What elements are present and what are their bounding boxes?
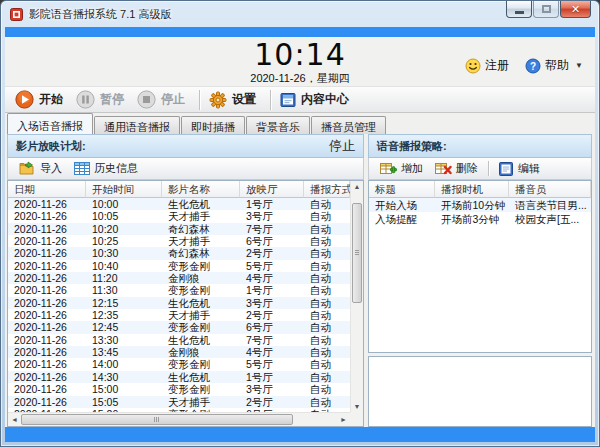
close-icon: ✕ [571, 4, 580, 15]
scroll-up-icon[interactable]: ▲ [351, 183, 363, 190]
strategy-panel: 语音播报策略: 增加 [368, 134, 592, 427]
table-row[interactable]: 开始入场 开场前10分钟 语言类节目男... [369, 198, 591, 212]
import-button[interactable]: 导入 [13, 160, 68, 177]
table-row[interactable]: 入场提醒 开场前3分钟 校园女声[五... [369, 212, 591, 226]
tab-background-music[interactable]: 背景音乐 [246, 116, 310, 134]
table-cell: 校园女声[五... [509, 212, 591, 226]
table-row[interactable]: 2020-11-26 12:35 天才捕手 2号厅 自动 [8, 309, 350, 321]
column-header-broadcast-mode[interactable]: 播报方式 [304, 181, 350, 198]
table-cell: 7号厅 [240, 223, 304, 235]
table-row[interactable]: 2020-11-26 12:45 变形金刚 6号厅 自动 [8, 321, 350, 333]
table-row[interactable]: 2020-11-26 14:30 生化危机 1号厅 自动 [8, 371, 350, 383]
edit-button[interactable]: 编辑 [493, 160, 546, 177]
table-cell: 2020-11-26 [8, 358, 86, 370]
gear-icon [209, 91, 227, 109]
strategy-table-header: 标题 播报时机 播音员 [369, 181, 591, 198]
clock-strip: 10:14 2020-11-26，星期四 注册 ? [5, 37, 595, 86]
column-header-title[interactable]: 标题 [369, 181, 435, 198]
table-row[interactable]: 2020-11-26 10:20 奇幻森林 7号厅 自动 [8, 223, 350, 235]
column-header-announcer[interactable]: 播音员 [509, 181, 591, 198]
stop-button[interactable]: 停止 [133, 88, 194, 111]
table-row[interactable]: 2020-11-26 11:30 变形金刚 1号厅 自动 [8, 284, 350, 296]
table-row[interactable]: 2020-11-26 10:00 生化危机 1号厅 自动 [8, 198, 350, 210]
column-header-hall[interactable]: 放映厅 [240, 181, 304, 198]
close-button[interactable]: ✕ [560, 1, 591, 18]
delete-label: 删除 [456, 161, 478, 176]
help-button[interactable]: ? 帮助 ▼ [525, 57, 583, 74]
table-cell: 2020-11-26 [8, 309, 86, 321]
table-row[interactable]: 2020-11-26 10:40 变形金刚 5号厅 自动 [8, 260, 350, 272]
table-row[interactable]: 2020-11-26 11:20 金刚狼 4号厅 自动 [8, 272, 350, 284]
start-button[interactable]: 开始 [11, 88, 72, 111]
table-row[interactable]: 2020-11-26 10:25 天才捕手 6号厅 自动 [8, 235, 350, 247]
table-row[interactable]: 2020-11-26 12:15 生化危机 3号厅 自动 [8, 297, 350, 309]
thumb-grip [154, 417, 159, 422]
table-cell: 变形金刚 [162, 284, 240, 296]
column-header-start-time[interactable]: 开始时间 [86, 181, 162, 198]
table-cell: 自动 [304, 383, 350, 395]
strategy-title: 语音播报策略: [377, 139, 447, 154]
strategy-table-body: 开始入场 开场前10分钟 语言类节目男... 入场提醒 开场前3分钟 校园女声[… [369, 198, 591, 226]
register-button[interactable]: 注册 [465, 57, 509, 74]
table-row[interactable]: 2020-11-26 10:30 奇幻森林 2号厅 自动 [8, 247, 350, 259]
table-cell: 13:45 [86, 346, 162, 358]
add-button[interactable]: 增加 [374, 160, 429, 177]
delete-button[interactable]: 删除 [429, 160, 484, 177]
table-cell: 6号厅 [240, 235, 304, 247]
schedule-table-header: 日期 开始时间 影片名称 放映厅 播报方式 [8, 181, 350, 198]
table-cell: 自动 [304, 247, 350, 259]
tab-general-voice[interactable]: 通用语音播报 [94, 116, 180, 134]
settings-button[interactable]: 设置 [205, 89, 265, 111]
table-cell: 14:30 [86, 371, 162, 383]
table-row[interactable]: 2020-11-26 14:00 变形金刚 5号厅 自动 [8, 358, 350, 370]
table-cell: 自动 [304, 198, 350, 210]
table-cell: 1号厅 [240, 198, 304, 210]
tab-instant-insert[interactable]: 即时插播 [181, 116, 245, 134]
table-cell: 自动 [304, 272, 350, 284]
add-label: 增加 [401, 161, 423, 176]
table-row[interactable]: 2020-11-26 10:05 天才捕手 3号厅 自动 [8, 210, 350, 222]
table-cell: 7号厅 [240, 334, 304, 346]
table-row[interactable]: 2020-11-26 13:45 金刚狼 4号厅 自动 [8, 346, 350, 358]
scroll-right-icon[interactable]: ► [340, 416, 347, 423]
start-label: 开始 [39, 91, 63, 108]
table-cell: 15:00 [86, 383, 162, 395]
pause-button[interactable]: 暂停 [72, 88, 133, 111]
minimize-button[interactable] [506, 1, 532, 18]
scroll-down-icon[interactable]: ▼ [351, 403, 363, 410]
toolbar-separator [199, 90, 200, 110]
table-cell: 2020-11-26 [8, 198, 86, 210]
column-header-film-name[interactable]: 影片名称 [162, 181, 240, 198]
table-row[interactable]: 2020-11-26 15:05 天才捕手 2号厅 自动 [8, 396, 350, 408]
help-label: 帮助 [545, 57, 569, 74]
column-header-timing[interactable]: 播报时机 [435, 181, 509, 198]
app-window: 影院语音播报系统 7.1 高级版 ✕ 10:14 2020-11-26，星期四 [0, 0, 600, 447]
content-center-button[interactable]: 内容中心 [276, 89, 358, 110]
table-cell: 2020-11-26 [8, 223, 86, 235]
horizontal-scroll-thumb[interactable] [21, 414, 293, 425]
table-cell: 自动 [304, 309, 350, 321]
schedule-table: 日期 开始时间 影片名称 放映厅 播报方式 2020-11-26 10:00 生… [7, 180, 364, 427]
settings-label: 设置 [232, 91, 256, 108]
table-cell: 开场前3分钟 [435, 212, 509, 226]
tab-announcer-management[interactable]: 播音员管理 [311, 116, 386, 134]
tab-entrance-voice[interactable]: 入场语音播报 [7, 113, 93, 134]
strategy-detail-box [368, 356, 592, 427]
horizontal-scrollbar[interactable]: ◄ ► [8, 412, 350, 426]
help-icon: ? [525, 58, 541, 74]
scroll-left-icon[interactable]: ◄ [11, 416, 18, 423]
table-row[interactable]: 2020-11-26 13:30 生化危机 7号厅 自动 [8, 334, 350, 346]
table-cell: 12:35 [86, 309, 162, 321]
maximize-button[interactable] [533, 1, 559, 18]
table-cell: 变形金刚 [162, 260, 240, 272]
table-cell: 5号厅 [240, 358, 304, 370]
table-cell: 自动 [304, 321, 350, 333]
history-button[interactable]: 历史信息 [68, 160, 144, 177]
schedule-table-viewport: 日期 开始时间 影片名称 放映厅 播报方式 2020-11-26 10:00 生… [8, 181, 350, 412]
vertical-scroll-thumb[interactable] [352, 203, 362, 303]
column-header-date[interactable]: 日期 [8, 181, 86, 198]
table-row[interactable]: 2020-11-26 15:00 变形金刚 3号厅 自动 [8, 383, 350, 395]
vertical-scrollbar[interactable]: ▲ ▼ [350, 181, 363, 412]
table-cell: 10:05 [86, 210, 162, 222]
folder-import-icon [19, 161, 36, 176]
